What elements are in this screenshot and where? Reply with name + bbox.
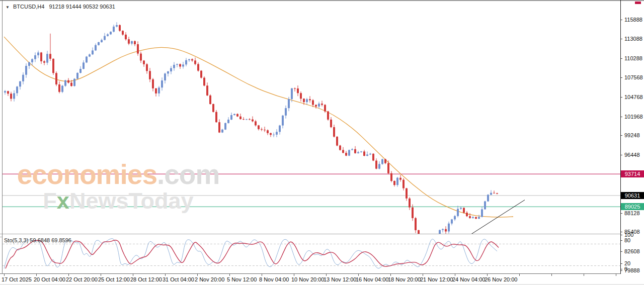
sto-scale-label: 80 <box>624 237 630 243</box>
top-right-marker <box>635 2 641 4</box>
chart-window: economies.com FxNewsToday ▼ BTCUSD,H4 91… <box>0 0 644 285</box>
time-tick-mark <box>326 274 327 276</box>
time-tick-mark <box>262 274 262 276</box>
time-label: 21 Nov 12:00 <box>420 276 453 282</box>
time-tick-mark <box>551 274 552 276</box>
price-tag: 89025 <box>621 203 644 210</box>
time-axis[interactable]: 17 Oct 202520 Oct 04:0022 Oct 20:0025 Oc… <box>0 274 644 285</box>
time-tick-mark <box>487 274 488 276</box>
time-tick-mark <box>197 274 198 276</box>
symbol-ohlc-label: ▼ BTCUSD,H4 91218 91444 90532 90631 <box>6 4 115 10</box>
time-tick-mark <box>390 274 391 276</box>
price-tick-label: 99248 <box>624 132 640 138</box>
time-label: 28 Oct 12:00 <box>130 276 162 282</box>
price-tick-label: 96448 <box>624 152 640 158</box>
time-label: 16 Nov 04:00 <box>356 276 388 282</box>
time-tick-mark <box>4 274 5 276</box>
time-tick-mark <box>36 274 37 276</box>
time-tick-mark <box>101 274 101 276</box>
price-tick-label: 110288 <box>624 55 642 61</box>
time-label: 22 Oct 20:00 <box>66 276 98 282</box>
candlestick-canvas[interactable] <box>3 1 620 234</box>
window-top-border <box>0 0 644 1</box>
stochastic-canvas[interactable] <box>3 236 620 273</box>
time-label: 26 Nov 20:00 <box>485 276 517 282</box>
time-label: 2 Nov 20:00 <box>195 276 224 282</box>
collapse-triangle-icon[interactable]: ▼ <box>6 5 10 10</box>
price-chart-panel[interactable]: economies.com FxNewsToday ▼ BTCUSD,H4 91… <box>3 1 620 234</box>
time-label: 20 Oct 04:00 <box>34 276 65 282</box>
price-tick-label: 82608 <box>624 248 640 254</box>
price-tick-label: 101968 <box>624 114 643 120</box>
ohlc-values: 91218 91444 90532 90631 <box>49 4 115 10</box>
time-tick-mark <box>584 274 584 276</box>
time-label: 8 Nov 04:00 <box>259 276 289 282</box>
price-axis-line <box>620 0 621 274</box>
time-label: 10 Nov 20:00 <box>291 276 324 282</box>
time-label: 5 Nov 12:00 <box>227 276 257 282</box>
price-tag: 93714 <box>621 170 644 177</box>
time-tick-mark <box>616 274 616 276</box>
time-tick-mark <box>455 274 455 276</box>
price-tick-label: 113088 <box>624 36 642 42</box>
stochastic-label: Sto(5,3,3) 59.6848 69.8596 <box>4 237 71 243</box>
price-tick-label: 104768 <box>624 94 643 100</box>
stochastic-panel[interactable]: Sto(5,3,3) 59.6848 69.8596 <box>3 236 620 273</box>
time-label: 25 Oct 12:00 <box>98 276 130 282</box>
window-left-border <box>2 0 3 274</box>
price-tag: 90631 <box>621 192 644 199</box>
time-label: 17 Oct 2025 <box>2 276 32 282</box>
time-label: 31 Oct 04:00 <box>163 276 194 282</box>
time-tick-mark <box>229 274 230 276</box>
time-label: 24 Nov 04:00 <box>452 276 485 282</box>
time-tick-mark <box>358 274 359 276</box>
time-tick-mark <box>68 274 69 276</box>
symbol-name: BTCUSD,H4 <box>13 4 44 10</box>
price-tick-label: 107568 <box>624 74 643 80</box>
price-tick-label: 115888 <box>624 17 642 23</box>
time-tick-mark <box>423 274 423 276</box>
sto-scale-label: 0 <box>624 266 627 272</box>
price-axis[interactable]: 1158881130881102881075681047681019689924… <box>621 0 644 274</box>
time-tick-mark <box>519 274 520 276</box>
time-tick-mark <box>165 274 166 276</box>
price-tick-label: 88128 <box>624 210 640 216</box>
time-tick-mark <box>294 274 294 276</box>
time-label: 13 Nov 12:00 <box>324 276 356 282</box>
time-tick-mark <box>133 274 133 276</box>
time-label: 18 Nov 20:00 <box>388 276 421 282</box>
